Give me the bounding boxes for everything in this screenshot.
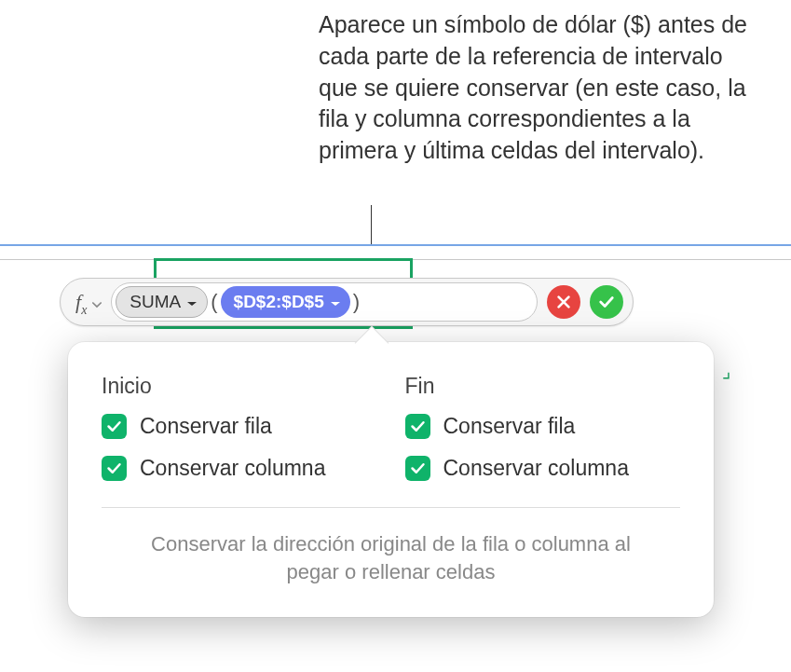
reference-label: $D$2:$D$5: [234, 292, 324, 312]
annotation-text: Aparece un símbolo de dólar ($) antes de…: [319, 9, 766, 167]
start-preserve-row-label: Conservar fila: [140, 414, 272, 439]
check-icon: [106, 460, 122, 476]
check-icon: [598, 294, 615, 310]
cell-corner-mark: ⌟: [722, 360, 730, 382]
end-preserve-row-checkbox[interactable]: [405, 414, 430, 439]
reference-options-popover: Inicio Conservar fila Conservar columna …: [68, 342, 714, 617]
check-icon: [410, 460, 426, 476]
caret-down-icon: [330, 292, 341, 312]
cancel-button[interactable]: [547, 285, 580, 319]
reference-token[interactable]: $D$2:$D$5: [221, 286, 350, 318]
chevron-down-icon: [92, 290, 102, 314]
function-token[interactable]: SUMA: [116, 286, 208, 318]
check-icon: [106, 418, 122, 434]
popover-footer-text: Conservar la dirección original de la fi…: [102, 530, 680, 585]
fx-icon[interactable]: fx: [75, 290, 102, 314]
accept-button[interactable]: [590, 285, 623, 319]
x-icon: [555, 294, 572, 310]
start-preserve-row-checkbox[interactable]: [102, 414, 127, 439]
open-paren: (: [211, 290, 217, 314]
check-icon: [410, 418, 426, 434]
end-header: Fin: [405, 374, 681, 399]
start-preserve-column-checkbox[interactable]: [102, 456, 127, 481]
end-column: Fin Conservar fila Conservar columna: [405, 374, 681, 498]
close-paren: ): [353, 290, 360, 314]
end-preserve-row-label: Conservar fila: [443, 414, 576, 439]
start-preserve-column-label: Conservar columna: [140, 456, 325, 481]
function-name-label: SUMA: [130, 292, 181, 312]
start-column: Inicio Conservar fila Conservar columna: [102, 374, 377, 498]
end-preserve-column-label: Conservar columna: [443, 456, 629, 481]
formula-editor: fx SUMA ( $D$2:$D$5 ): [60, 278, 634, 326]
end-preserve-column-checkbox[interactable]: [405, 456, 430, 481]
caret-down-icon: [186, 292, 198, 312]
popover-divider: [102, 507, 680, 508]
formula-content-area[interactable]: SUMA ( $D$2:$D$5 ): [111, 282, 538, 322]
start-header: Inicio: [102, 374, 377, 399]
